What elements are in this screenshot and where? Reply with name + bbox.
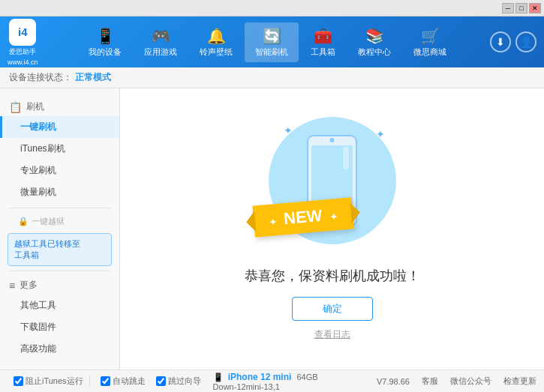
nav-smart-flash[interactable]: 🔄 智能刷机 (245, 22, 299, 62)
footer: 阻止iTunes运行 自动跳走 跳过向导 📱 iPhone 12 mini 64… (0, 370, 544, 392)
check-update-link[interactable]: 检查更新 (503, 376, 536, 387)
new-badge-text: NEW (283, 206, 323, 228)
minimize-button[interactable]: ─ (502, 3, 514, 13)
svg-rect-4 (343, 147, 349, 169)
logo-text-line2: www.i4.cn (8, 58, 38, 66)
jailbreak-notice-text: 越狱工具已转移至工具箱 (14, 239, 80, 259)
skip-wizard-label: 跳过向导 (168, 376, 201, 387)
advanced-label: 高级功能 (20, 343, 56, 354)
new-sparkle-left: ✦ (268, 217, 276, 228)
toolbox-label: 工具箱 (311, 46, 335, 58)
wechat-link[interactable]: 微信公众号 (450, 376, 491, 387)
divider-1 (9, 208, 110, 208)
content-area: ✦ ✦ ✦ (120, 88, 544, 370)
new-sparkle-right: ✦ (329, 211, 338, 223)
auto-jump-label: 自动跳走 (113, 376, 146, 387)
nav-bar: 📱 我的设备 🎮 应用游戏 🔔 铃声壁纸 🔄 智能刷机 🧰 工具箱 📚 教程中心… (46, 22, 490, 62)
maximize-button[interactable]: □ (515, 3, 527, 13)
logo: i4 爱思助手 www.i4.cn (8, 19, 38, 66)
stop-itunes-checkbox[interactable] (14, 376, 23, 386)
smart-flash-label: 智能刷机 (255, 46, 288, 58)
status-value: 正常模式 (75, 71, 111, 84)
confirm-button[interactable]: 确定 (292, 297, 373, 321)
apps-icon: 🎮 (152, 27, 170, 45)
device-name: iPhone 12 mini (228, 372, 292, 382)
title-bar: ─ □ ✕ (0, 0, 544, 16)
tutorials-icon: 📚 (365, 27, 384, 45)
ringtones-label: 铃声壁纸 (200, 46, 233, 58)
my-device-label: 我的设备 (89, 46, 122, 58)
sidebar-item-pro-flash[interactable]: 专业刷机 (0, 160, 119, 181)
itunes-flash-label: iTunes刷机 (20, 143, 65, 154)
skip-wizard-checkbox-container[interactable]: 跳过向导 (156, 376, 201, 387)
lock-icon: 🔒 (18, 217, 29, 226)
nav-toolbox[interactable]: 🧰 工具箱 (300, 22, 346, 62)
sidebar-section-flash: 📋 刷机 (0, 97, 119, 116)
header: i4 爱思助手 www.i4.cn 📱 我的设备 🎮 应用游戏 🔔 铃声壁纸 🔄… (0, 16, 544, 67)
auto-jump-checkbox[interactable] (101, 376, 110, 386)
header-right: ⬇ 👤 (490, 31, 536, 52)
sidebar-item-itunes-flash[interactable]: iTunes刷机 (0, 138, 119, 160)
sparkle-2: ✦ (376, 128, 385, 140)
sidebar-item-other-tools[interactable]: 其他工具 (0, 295, 119, 316)
window-controls: ─ □ ✕ (502, 3, 541, 13)
ribbon-right-arrow (350, 202, 360, 223)
sidebar-section-jailbreak: 🔒 一键越狱 (0, 213, 119, 230)
nav-weitui[interactable]: 🛒 微思商城 (403, 22, 457, 62)
status-bar: 设备连接状态： 正常模式 (0, 67, 544, 88)
download-button[interactable]: ⬇ (490, 31, 511, 52)
status-label: 设备连接状态： (9, 71, 72, 84)
jailbreak-label: 一键越狱 (32, 216, 65, 227)
user-button[interactable]: 👤 (515, 31, 536, 52)
my-device-icon: 📱 (96, 27, 115, 45)
sidebar-item-download-firmware[interactable]: 下载固件 (0, 316, 119, 338)
device-info: 📱 iPhone 12 mini 64GB Down-12mini-13,1 (213, 372, 318, 391)
nav-tutorials[interactable]: 📚 教程中心 (347, 22, 401, 62)
version-text: V7.98.66 (377, 377, 410, 386)
svg-point-3 (330, 138, 335, 142)
device-storage: 64GB (296, 373, 317, 382)
other-tools-label: 其他工具 (20, 300, 56, 310)
success-message: 恭喜您，保资料刷机成功啦！ (245, 267, 420, 285)
more-section-label: 更多 (20, 279, 38, 292)
smart-flash-icon: 🔄 (263, 27, 281, 45)
jailbreak-notice: 越狱工具已转移至工具箱 (8, 233, 112, 266)
logo-text-line1: 爱思助手 (9, 47, 36, 57)
stop-itunes-label: 阻止iTunes运行 (26, 376, 83, 387)
micro-flash-label: 微量刷机 (20, 187, 56, 197)
phone-illustration: ✦ ✦ ✦ (265, 117, 400, 252)
main-content: 📋 刷机 一键刷机 iTunes刷机 专业刷机 微量刷机 🔒 一键越狱 越狱工具… (0, 88, 544, 370)
auto-jump-checkbox-container[interactable]: 自动跳走 (101, 376, 146, 387)
sidebar-item-advanced[interactable]: 高级功能 (0, 338, 119, 360)
sidebar-item-micro-flash[interactable]: 微量刷机 (0, 181, 119, 203)
weitui-label: 微思商城 (413, 46, 446, 58)
new-ribbon: ✦ NEW ✦ (252, 197, 353, 237)
flash-section-label: 刷机 (26, 100, 44, 113)
apps-label: 应用游戏 (144, 46, 177, 58)
footer-left: 阻止iTunes运行 自动跳走 跳过向导 📱 iPhone 12 mini 64… (8, 372, 377, 391)
skip-wizard-checkbox[interactable] (156, 376, 166, 386)
nav-my-device[interactable]: 📱 我的设备 (78, 22, 132, 62)
phone-device-icon: 📱 (213, 373, 224, 382)
one-key-flash-label: 一键刷机 (20, 121, 56, 132)
ribbon-left-arrow (245, 211, 256, 233)
stop-itunes: 阻止iTunes运行 (8, 376, 90, 387)
divider-2 (9, 271, 110, 271)
nav-apps-games[interactable]: 🎮 应用游戏 (134, 22, 188, 62)
nav-ringtones[interactable]: 🔔 铃声壁纸 (189, 22, 243, 62)
secondary-link[interactable]: 查看日志 (314, 328, 350, 341)
close-button[interactable]: ✕ (529, 3, 541, 13)
device-firmware: Down-12mini-13,1 (213, 382, 280, 391)
logo-icon: i4 (9, 19, 36, 46)
customer-service-link[interactable]: 客服 (422, 376, 438, 387)
download-firmware-label: 下载固件 (20, 322, 56, 332)
sidebar-section-more: ≡ 更多 (0, 276, 119, 295)
flash-section-icon: 📋 (9, 101, 22, 113)
sidebar-item-one-key-flash[interactable]: 一键刷机 (0, 116, 119, 138)
tutorials-label: 教程中心 (358, 46, 391, 58)
toolbox-icon: 🧰 (314, 27, 332, 45)
ringtones-icon: 🔔 (207, 27, 226, 45)
sidebar: 📋 刷机 一键刷机 iTunes刷机 专业刷机 微量刷机 🔒 一键越狱 越狱工具… (0, 88, 120, 370)
footer-right: V7.98.66 客服 微信公众号 检查更新 (377, 376, 536, 387)
sparkle-1: ✦ (284, 124, 293, 136)
